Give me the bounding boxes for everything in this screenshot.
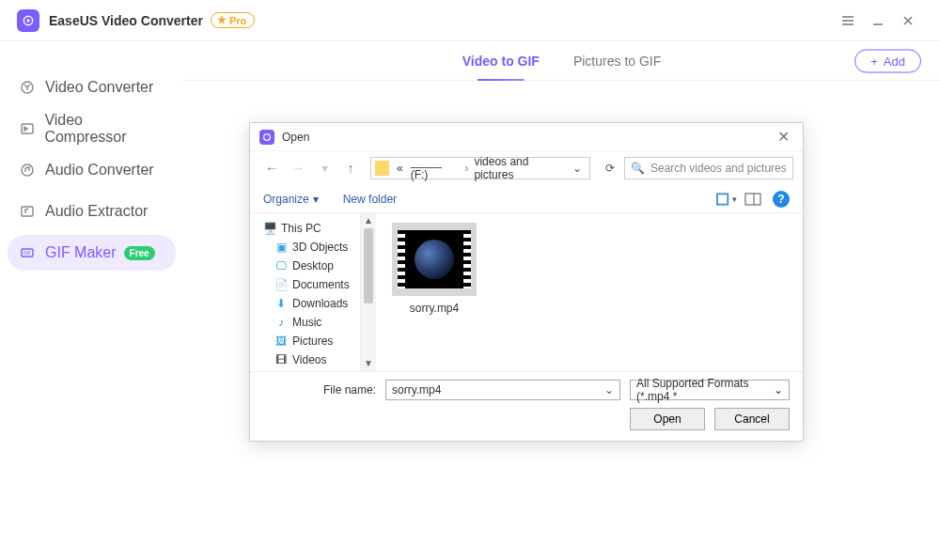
- file-thumbnail: [392, 223, 477, 296]
- dialog-nav: ← → ▾ ↑ « _____ (F:) › videos and pictur…: [250, 151, 803, 185]
- video-converter-icon: [19, 79, 36, 96]
- help-button[interactable]: ?: [773, 191, 790, 208]
- svg-marker-1: [27, 18, 30, 23]
- video-compressor-icon: [19, 120, 35, 137]
- nav-recent-button[interactable]: ▾: [312, 161, 337, 176]
- app-header: EaseUS Video Converter ★ Pro: [0, 0, 940, 41]
- add-button[interactable]: + Add: [854, 49, 921, 72]
- new-folder-button[interactable]: New folder: [343, 193, 397, 206]
- file-type-select[interactable]: All Supported Formats (*.mp4 * ⌄: [630, 380, 790, 400]
- tree-scrollbar[interactable]: ▲ ▼: [361, 213, 376, 371]
- sidebar-item-video-converter[interactable]: Video Converter: [8, 70, 176, 105]
- tree-item-this-pc[interactable]: 🖥️ This PC: [250, 219, 360, 238]
- file-item[interactable]: sorry.mp4: [389, 223, 479, 315]
- filmstrip-icon: [398, 230, 471, 288]
- svg-rect-16: [718, 194, 727, 203]
- desktop-icon: 🖵: [274, 259, 288, 272]
- dialog-toolbar: Organize ▾ New folder ▾ ?: [250, 185, 803, 213]
- audio-converter-icon: [19, 162, 36, 179]
- path-prefix: «: [393, 162, 407, 175]
- sidebar-item-label: GIF Maker: [45, 244, 117, 261]
- path-folder[interactable]: videos and pictures: [470, 155, 569, 181]
- search-placeholder: Search videos and pictures: [650, 162, 787, 175]
- path-breadcrumb[interactable]: « _____ (F:) › videos and pictures ⌄: [370, 157, 590, 179]
- tree-item-music[interactable]: ♪ Music: [250, 313, 360, 332]
- file-open-dialog: Open ✕ ← → ▾ ↑ « _____ (F:) › videos and…: [249, 122, 804, 442]
- filename-history-dropdown[interactable]: ⌄: [604, 383, 614, 397]
- tree-item-desktop[interactable]: 🖵 Desktop: [250, 257, 360, 275]
- plus-icon: +: [870, 54, 878, 68]
- nav-up-button[interactable]: ↑: [338, 161, 363, 176]
- chevron-down-icon: ▾: [732, 194, 737, 204]
- tree-item-documents[interactable]: 📄 Documents: [250, 275, 360, 294]
- path-drive[interactable]: _____ (F:): [407, 155, 463, 181]
- refresh-button[interactable]: ⟳: [598, 162, 622, 175]
- documents-icon: 📄: [274, 278, 288, 291]
- star-icon: ★: [217, 14, 227, 26]
- sidebar-item-gif-maker[interactable]: GIF GIF Maker Free: [8, 235, 176, 271]
- tab-pictures-to-gif[interactable]: Pictures to GIF: [556, 41, 678, 80]
- sidebar-item-label: Audio Extractor: [45, 203, 148, 220]
- organize-button[interactable]: Organize ▾: [263, 193, 319, 206]
- tabs: Video to GIF Pictures to GIF + Add: [183, 41, 940, 81]
- app-logo-icon: [17, 9, 39, 32]
- minimize-button[interactable]: [863, 6, 893, 36]
- app-title: EaseUS Video Converter: [49, 13, 203, 28]
- sidebar-item-video-compressor[interactable]: Video Compressor: [8, 111, 176, 147]
- folder-tree: 🖥️ This PC ▣ 3D Objects 🖵 Desktop 📄 Docu…: [250, 213, 361, 371]
- file-name-value: sorry.mp4: [392, 383, 441, 397]
- chevron-right-icon: ›: [462, 162, 470, 175]
- tree-item-videos[interactable]: 🎞 Videos: [250, 350, 360, 369]
- tree-item-3d-objects[interactable]: ▣ 3D Objects: [250, 238, 360, 257]
- free-badge: Free: [124, 246, 155, 260]
- dialog-body: 🖥️ This PC ▣ 3D Objects 🖵 Desktop 📄 Docu…: [250, 213, 803, 371]
- search-icon: 🔍: [631, 162, 645, 175]
- scroll-up-button[interactable]: ▲: [361, 213, 376, 228]
- preview-pane-button[interactable]: [743, 190, 763, 209]
- music-icon: ♪: [274, 316, 288, 329]
- pc-icon: 🖥️: [263, 222, 276, 235]
- chevron-down-icon: ▾: [313, 193, 319, 206]
- view-mode-button[interactable]: ▾: [716, 190, 737, 209]
- nav-back-button[interactable]: ←: [259, 161, 284, 176]
- close-button[interactable]: [893, 6, 923, 36]
- sidebar-item-label: Audio Converter: [45, 162, 154, 179]
- folder-icon: [375, 161, 389, 176]
- chevron-down-icon: ⌄: [774, 383, 783, 397]
- videos-icon: 🎞: [274, 353, 288, 366]
- open-button[interactable]: Open: [630, 408, 705, 430]
- svg-point-14: [264, 133, 271, 140]
- sidebar-item-audio-converter[interactable]: Audio Converter: [8, 152, 176, 188]
- sidebar: Video Converter Video Compressor Audio C…: [0, 41, 183, 560]
- sidebar-item-audio-extractor[interactable]: Audio Extractor: [8, 194, 176, 229]
- dialog-titlebar: Open ✕: [250, 123, 803, 151]
- downloads-icon: ⬇: [274, 297, 288, 310]
- dialog-title: Open: [282, 131, 309, 144]
- dialog-close-button[interactable]: ✕: [774, 128, 793, 146]
- dialog-footer: File name: sorry.mp4 ⌄ All Supported For…: [250, 371, 803, 441]
- tree-item-pictures[interactable]: 🖼 Pictures: [250, 332, 360, 350]
- path-history-dropdown[interactable]: ⌄: [569, 162, 586, 175]
- scroll-thumb[interactable]: [364, 228, 373, 303]
- audio-extractor-icon: [19, 203, 36, 220]
- scroll-down-button[interactable]: ▼: [361, 356, 376, 371]
- dialog-app-icon: [259, 130, 274, 145]
- svg-text:GIF: GIF: [24, 250, 31, 256]
- cancel-button[interactable]: Cancel: [714, 408, 790, 430]
- sidebar-item-label: Video Converter: [45, 79, 153, 96]
- gif-maker-icon: GIF: [19, 244, 36, 261]
- pro-badge: ★ Pro: [211, 12, 255, 28]
- sidebar-item-label: Video Compressor: [44, 112, 164, 146]
- menu-button[interactable]: [833, 6, 863, 36]
- cube-icon: ▣: [274, 241, 288, 254]
- file-name-input[interactable]: sorry.mp4 ⌄: [385, 380, 620, 400]
- svg-point-10: [22, 164, 33, 176]
- file-list[interactable]: sorry.mp4: [376, 213, 803, 371]
- file-name-label: File name:: [263, 383, 376, 397]
- tab-video-to-gif[interactable]: Video to GIF: [446, 41, 556, 80]
- search-input[interactable]: 🔍 Search videos and pictures: [624, 157, 793, 179]
- svg-rect-17: [745, 194, 760, 205]
- pictures-icon: 🖼: [274, 334, 288, 348]
- nav-forward-button[interactable]: →: [286, 161, 310, 176]
- tree-item-downloads[interactable]: ⬇ Downloads: [250, 294, 360, 313]
